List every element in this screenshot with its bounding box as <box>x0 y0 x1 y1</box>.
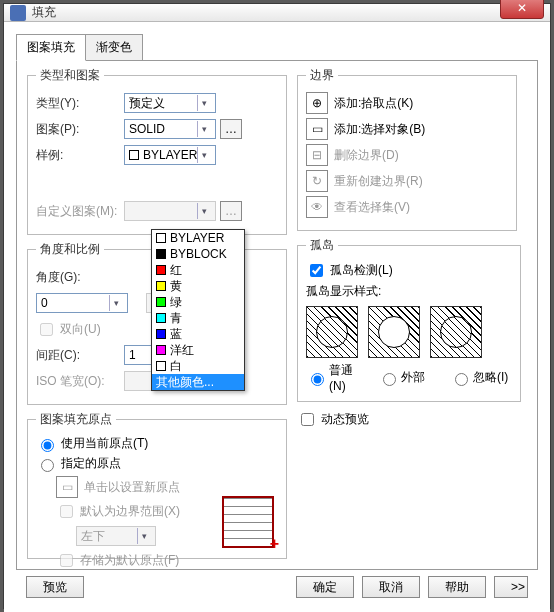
label-island-detect: 孤岛检测(L) <box>330 262 393 279</box>
label-custom-pattern: 自定义图案(M): <box>36 203 124 220</box>
tab-panel: 类型和图案 类型(Y): 预定义 图案(P): SOLID <box>16 60 538 570</box>
radio-use-current-origin[interactable]: 使用当前原点(T) <box>36 435 278 452</box>
radio-specify-origin[interactable]: 指定的原点 <box>36 455 278 472</box>
checkbox-double <box>40 323 53 336</box>
combo-sample-color[interactable]: BYLAYER <box>124 145 216 165</box>
help-button[interactable]: 帮助 <box>428 576 486 598</box>
color-option[interactable]: 蓝 <box>152 326 244 342</box>
dialog-window: 填充 ✕ 图案填充 渐变色 类型和图案 类型(Y): 预定义 <box>3 3 551 609</box>
expand-button[interactable]: >> <box>494 576 528 598</box>
recreate-boundary-button: ↻ <box>306 170 328 192</box>
custom-browse-button: … <box>220 201 242 221</box>
label-view-selection: 查看选择集(V) <box>334 199 410 216</box>
cancel-button[interactable]: 取消 <box>362 576 420 598</box>
preview-button[interactable]: 预览 <box>26 576 84 598</box>
label-angle: 角度(G): <box>36 269 124 286</box>
dialog-body: 图案填充 渐变色 类型和图案 类型(Y): 预定义 图案(P): <box>4 22 550 612</box>
combo-type[interactable]: 预定义 <box>124 93 216 113</box>
legend-islands: 孤岛 <box>306 237 338 254</box>
legend-type-pattern: 类型和图案 <box>36 67 104 84</box>
color-option[interactable]: BYLAYER <box>152 230 244 246</box>
legend-angle-scale: 角度和比例 <box>36 241 104 258</box>
chevron-down-icon <box>137 528 151 544</box>
pattern-browse-button[interactable]: … <box>220 119 242 139</box>
window-title: 填充 <box>32 4 500 21</box>
pick-points-button[interactable]: ⊕ <box>306 92 328 114</box>
radio-island-outer[interactable]: 外部 <box>378 362 440 393</box>
titlebar[interactable]: 填充 ✕ <box>4 4 550 22</box>
color-option[interactable]: 黄 <box>152 278 244 294</box>
select-objects-button[interactable]: ▭ <box>306 118 328 140</box>
origin-preview-thumb <box>222 496 274 548</box>
remove-boundary-button: ⊟ <box>306 144 328 166</box>
checkbox-store-default-origin <box>60 554 73 567</box>
color-dropdown-list[interactable]: BYLAYERBYBLOCK红黄绿青蓝洋红白其他颜色... <box>151 229 245 391</box>
tab-pattern-fill[interactable]: 图案填充 <box>16 34 86 61</box>
combo-custom-pattern <box>124 201 216 221</box>
ok-button[interactable]: 确定 <box>296 576 354 598</box>
group-hatch-origin: 图案填充原点 使用当前原点(T) 指定的原点 ▭ 单击以设置新原点 默认为边界范… <box>27 411 287 559</box>
label-sample: 样例: <box>36 147 124 164</box>
color-option[interactable]: BYBLOCK <box>152 246 244 262</box>
set-origin-button: ▭ <box>56 476 78 498</box>
combo-sample-value: BYLAYER <box>143 148 197 162</box>
checkbox-default-extent <box>60 505 73 518</box>
label-store-default-origin: 存储为默认原点(F) <box>80 552 179 569</box>
close-button[interactable]: ✕ <box>500 0 544 19</box>
chevron-down-icon <box>197 147 211 163</box>
legend-boundary: 边界 <box>306 67 338 84</box>
label-iso-pen: ISO 笔宽(O): <box>36 373 124 390</box>
group-boundary: 边界 ⊕添加:拾取点(K) ▭添加:选择对象(B) ⊟删除边界(D) ↻重新创建… <box>297 67 517 231</box>
color-option[interactable]: 绿 <box>152 294 244 310</box>
label-default-extent: 默认为边界范围(X) <box>80 503 180 520</box>
label-recreate-boundary: 重新创建边界(R) <box>334 173 423 190</box>
group-type-pattern: 类型和图案 类型(Y): 预定义 图案(P): SOLID <box>27 67 287 235</box>
label-double: 双向(U) <box>60 321 101 338</box>
color-option[interactable]: 红 <box>152 262 244 278</box>
checkbox-dynamic-preview[interactable] <box>301 413 314 426</box>
chevron-down-icon <box>109 295 123 311</box>
legend-hatch-origin: 图案填充原点 <box>36 411 116 428</box>
chevron-down-icon <box>197 121 211 137</box>
label-add-pick: 添加:拾取点(K) <box>334 95 413 112</box>
island-style-normal-thumb[interactable] <box>306 306 358 358</box>
right-column: 边界 ⊕添加:拾取点(K) ▭添加:选择对象(B) ⊟删除边界(D) ↻重新创建… <box>297 67 517 559</box>
label-click-set-origin: 单击以设置新原点 <box>84 479 180 496</box>
color-option-more[interactable]: 其他颜色... <box>152 374 244 390</box>
tab-strip: 图案填充 渐变色 <box>16 34 538 61</box>
tab-gradient[interactable]: 渐变色 <box>85 34 143 61</box>
chevron-down-icon <box>197 95 211 111</box>
color-option[interactable]: 青 <box>152 310 244 326</box>
checkbox-island-detect[interactable] <box>310 264 323 277</box>
combo-pattern[interactable]: SOLID <box>124 119 216 139</box>
color-option[interactable]: 洋红 <box>152 342 244 358</box>
chevron-down-icon <box>197 203 211 219</box>
island-style-ignore-thumb[interactable] <box>430 306 482 358</box>
app-icon <box>10 5 26 21</box>
label-dynamic-preview: 动态预览 <box>321 411 369 428</box>
label-remove-boundary: 删除边界(D) <box>334 147 399 164</box>
view-selection-button: 👁 <box>306 196 328 218</box>
label-island-style: 孤岛显示样式: <box>306 283 512 300</box>
combo-extent-value: 左下 <box>81 528 105 545</box>
radio-island-normal[interactable]: 普通(N) <box>306 362 368 393</box>
color-swatch-icon <box>129 150 139 160</box>
label-type: 类型(Y): <box>36 95 124 112</box>
combo-type-value: 预定义 <box>129 95 165 112</box>
combo-angle[interactable]: 0 <box>36 293 128 313</box>
combo-pattern-value: SOLID <box>129 122 165 136</box>
combo-angle-value: 0 <box>41 296 48 310</box>
label-spacing: 间距(C): <box>36 347 124 364</box>
island-style-outer-thumb[interactable] <box>368 306 420 358</box>
group-islands: 孤岛 孤岛检测(L) 孤岛显示样式: 普通(N) 外部 忽略(I) <box>297 237 521 402</box>
combo-extent-position: 左下 <box>76 526 156 546</box>
label-add-select: 添加:选择对象(B) <box>334 121 425 138</box>
label-pattern: 图案(P): <box>36 121 124 138</box>
radio-island-ignore[interactable]: 忽略(I) <box>450 362 512 393</box>
color-option[interactable]: 白 <box>152 358 244 374</box>
button-bar: 预览 确定 取消 帮助 >> <box>16 570 538 608</box>
